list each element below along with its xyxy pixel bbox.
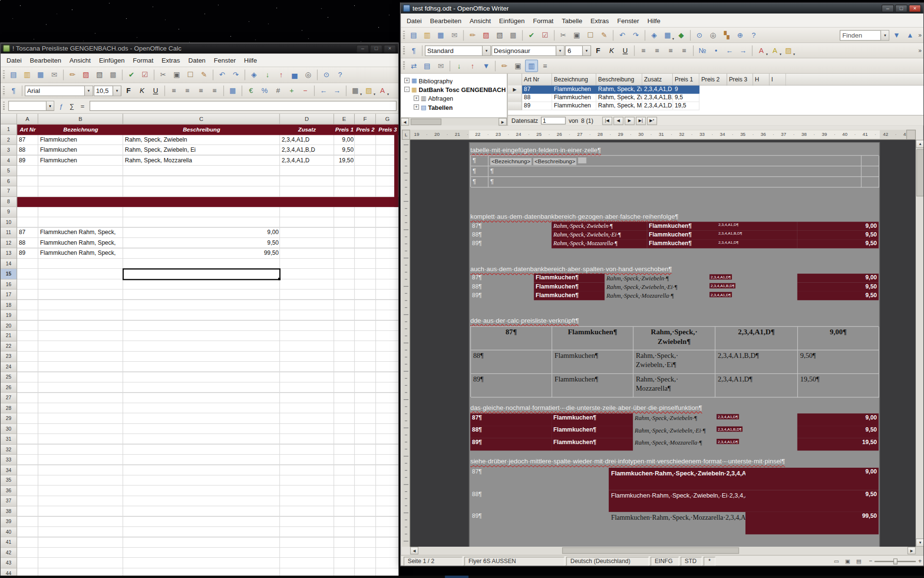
background-color-icon[interactable]: ▨▾	[782, 44, 795, 57]
copy-icon[interactable]: ▣	[170, 69, 183, 81]
doc-heading-fields[interactable]: tabelle·mit·eingefügten·feldern·in·einer…	[470, 146, 601, 154]
mixed-table-cell[interactable]: 88¶	[470, 490, 609, 512]
toolbar-grip[interactable]	[403, 30, 405, 40]
calc-row-header-42[interactable]: 42	[0, 548, 17, 558]
calc-cell[interactable]: 2,3,4,A1,D	[280, 135, 334, 145]
paste-icon[interactable]: ☐	[584, 29, 597, 41]
find-previous-icon[interactable]: ▲	[904, 29, 917, 41]
record-marker[interactable]	[508, 94, 522, 102]
writer-menu-einfgen[interactable]: Einfügen	[495, 15, 529, 26]
calc-row-header-14[interactable]: 14	[0, 259, 17, 269]
mixed-table-cell[interactable]: 99,50	[745, 512, 879, 534]
font-name-combo[interactable]: Arial ▾	[25, 85, 93, 96]
writer-menu-datei[interactable]: Datei	[402, 15, 426, 26]
tree-item-datbank-tosc-gengenbach[interactable]: -▦DatBank Tosc GENGENBACH	[401, 85, 507, 93]
tree-item-abfragen[interactable]: +▥Abfragen	[401, 94, 507, 103]
writer-menu-extras[interactable]: Extras	[587, 15, 613, 26]
grid-column-header-zusatz[interactable]: Zusatz	[642, 74, 673, 85]
grid-cell[interactable]: 87	[522, 86, 552, 94]
calc-menu-extras[interactable]: Extras	[157, 55, 184, 66]
record-marker[interactable]: ▶	[508, 86, 522, 94]
calc-menu-hilfe[interactable]: Hilfe	[240, 55, 261, 66]
font-color-icon[interactable]: A▾	[376, 84, 389, 97]
calc-column-header-c[interactable]: C	[123, 114, 280, 124]
db-wrong-order-table-cell[interactable]: 9,50	[797, 231, 879, 239]
zoom-in-icon[interactable]: +	[918, 558, 922, 564]
calc-row-header-2[interactable]: 2	[0, 135, 17, 145]
print-icon[interactable]: ▧	[493, 29, 506, 41]
calc-cell[interactable]: 87	[17, 135, 38, 145]
zoom-icon[interactable]: ⊕	[733, 29, 746, 41]
cut-icon[interactable]: ✂	[557, 29, 570, 41]
help-icon[interactable]: ?	[334, 69, 346, 81]
chevron-down-icon[interactable]: ▾	[46, 102, 54, 110]
calc-cell[interactable]: 9,00	[123, 228, 280, 238]
data-to-fields-icon[interactable]: ▤	[421, 60, 434, 72]
calc-minimize-button[interactable]: –	[357, 44, 369, 52]
expand-icon[interactable]: +	[414, 95, 419, 101]
calc-titlebar[interactable]: ! Toscana Preisliste GENGENBACH.ods - Op…	[0, 43, 398, 53]
page-preview-icon[interactable]: ▩	[507, 29, 520, 41]
numbering-icon[interactable]: №	[696, 44, 709, 57]
chevron-down-icon[interactable]: ▾	[482, 46, 490, 55]
calc-cell[interactable]: Flammkuchen	[38, 145, 123, 155]
writer-menu-hilfe[interactable]: Hilfe	[643, 15, 665, 26]
delete-decimal-icon[interactable]: −	[299, 84, 312, 97]
vertical-ruler[interactable]	[402, 140, 410, 547]
db-wrong-order-table-cell[interactable]: 89¶	[470, 239, 552, 248]
db-shifted-table-cell[interactable]: Flammkuchen¶	[534, 283, 604, 291]
chart-icon[interactable]: ▅	[288, 69, 301, 81]
formatted-table-cell[interactable]: Rahm,·Speck,·Zwiebeln,·Ei·¶	[633, 426, 715, 438]
calc-row-header-36[interactable]: 36	[0, 486, 17, 496]
grid-cell[interactable]: 89	[522, 102, 552, 110]
font-size-combo[interactable]: 6 ▾	[565, 45, 591, 56]
calc-maximize-button[interactable]: □	[370, 44, 383, 52]
mail-merge-icon[interactable]: ✉	[434, 60, 447, 72]
doc-heading-db-shifted[interactable]: auch·aus·dem·datenbankbereich·aber·spalt…	[470, 265, 672, 273]
document-as-email-icon[interactable]: ✉	[448, 29, 461, 41]
currency-format-icon[interactable]: €	[244, 84, 257, 97]
calc-row-header-23[interactable]: 23	[0, 352, 17, 362]
align-justify-icon[interactable]: ≡	[678, 44, 691, 57]
calc-close-button[interactable]: ×	[384, 44, 396, 52]
scroll-right-icon[interactable]: ▶	[499, 118, 507, 126]
doc-heading-dde[interactable]: dde·aus·der·calc·preisliste·verknüpft¶	[470, 317, 579, 324]
record-marker[interactable]	[508, 102, 522, 110]
calc-cell[interactable]: Flammkuchen Rahm, Speck,	[38, 238, 123, 248]
decrease-indent-icon[interactable]: ←	[317, 84, 330, 97]
formatted-table-cell[interactable]: 88¶	[470, 426, 552, 438]
chevron-down-icon[interactable]: ▾	[556, 46, 564, 55]
calc-menu-bearbeiten[interactable]: Bearbeiten	[26, 55, 65, 66]
formatted-table-cell[interactable]: 2,3,4,A1,B,D¶	[715, 426, 797, 438]
add-decimal-icon[interactable]: +	[285, 84, 298, 97]
formatted-table-cell[interactable]: 89¶	[470, 438, 552, 451]
chevron-down-icon[interactable]: ▾	[84, 86, 92, 95]
chevron-down-icon[interactable]: ▾	[113, 86, 121, 95]
calc-row-header-26[interactable]: 26	[0, 382, 17, 393]
table-icon[interactable]: ▦▾	[661, 29, 674, 41]
scroll-left-icon[interactable]: ◀	[401, 118, 409, 126]
standard-format-icon[interactable]: #	[271, 84, 284, 97]
calc-row-header-29[interactable]: 29	[0, 413, 17, 423]
calc-cell[interactable]: 88	[17, 238, 38, 248]
calc-row-header-21[interactable]: 21	[0, 331, 17, 341]
fields-table-cell[interactable]	[861, 177, 879, 187]
bold-icon[interactable]: F	[591, 44, 604, 57]
increase-indent-icon[interactable]: →	[737, 44, 750, 57]
calc-row-header-11[interactable]: 11	[0, 228, 17, 238]
redo-icon[interactable]: ↷	[229, 69, 242, 81]
align-center-icon[interactable]: ≡	[651, 44, 664, 57]
navigator-icon[interactable]: ◎	[302, 69, 315, 81]
scroll-right-icon[interactable]: ▶	[908, 547, 916, 554]
calc-cell[interactable]: 89	[17, 156, 38, 166]
formatted-table-cell[interactable]: 87¶	[470, 413, 552, 426]
calc-row-header-19[interactable]: 19	[0, 310, 17, 320]
bold-icon[interactable]: F	[122, 84, 135, 97]
calc-column-header-d[interactable]: D	[280, 114, 334, 124]
doc-heading-db-wrong-order[interactable]: komplett·aus·dem·datenbankbereich·gezoge…	[470, 213, 679, 220]
writer-menu-tabelle[interactable]: Tabelle	[558, 15, 587, 26]
print-icon[interactable]: ▧	[93, 69, 106, 81]
doc-heading-formatted[interactable]: das·gleiche·nochmal·formatiert·-·die·unt…	[470, 404, 702, 411]
hyperlink-icon[interactable]: ◈	[247, 69, 260, 81]
calc-row-header-24[interactable]: 24	[0, 362, 17, 372]
